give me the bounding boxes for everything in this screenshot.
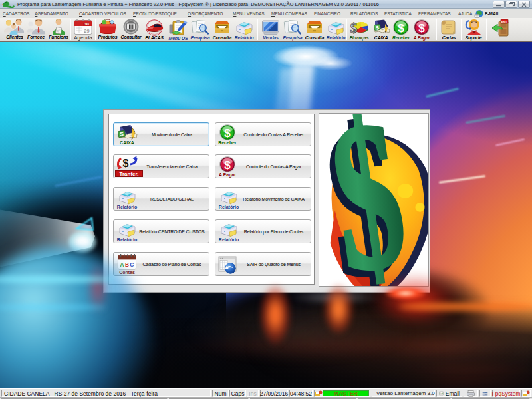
svg-text:A: A xyxy=(120,261,124,268)
svg-text:$: $ xyxy=(418,22,425,35)
svg-text:29: 29 xyxy=(84,28,89,34)
svg-text:$: $ xyxy=(398,22,404,35)
svg-text:$: $ xyxy=(350,19,358,36)
svg-text:$: $ xyxy=(224,159,231,172)
svg-text:$: $ xyxy=(224,127,231,140)
svg-text:EXIT: EXIT xyxy=(501,20,508,23)
svg-text:$: $ xyxy=(123,158,129,169)
svg-text:JAN: JAN xyxy=(84,23,90,26)
svg-text:B: B xyxy=(125,261,129,268)
svg-text:C: C xyxy=(130,261,134,268)
